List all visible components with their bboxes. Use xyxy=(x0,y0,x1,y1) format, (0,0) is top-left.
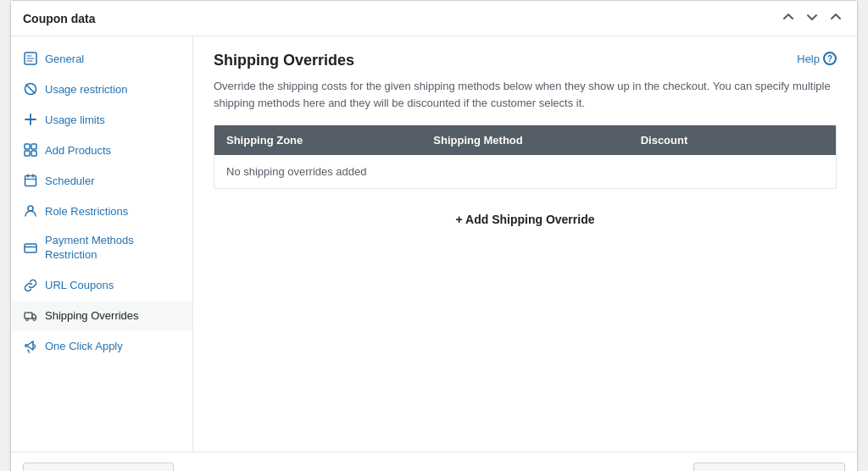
collapse-down-button[interactable] xyxy=(803,9,821,27)
save-button[interactable]: Save Shipping Overrides xyxy=(23,463,174,471)
sidebar-item-usage-restriction[interactable]: Usage restriction xyxy=(11,74,192,104)
sidebar-label-role-restrictions: Role Restrictions xyxy=(45,205,128,218)
sidebar-item-url-coupons[interactable]: URL Coupons xyxy=(11,270,192,301)
panel-footer: Save Shipping Overrides Clear Shipping O… xyxy=(11,452,857,471)
card-icon xyxy=(23,241,38,256)
svg-point-17 xyxy=(26,318,29,320)
help-label: Help xyxy=(797,53,820,65)
help-circle-icon: ? xyxy=(823,52,837,65)
sidebar-item-usage-limits[interactable]: Usage limits xyxy=(11,104,192,135)
sidebar-item-one-click-apply[interactable]: One Click Apply xyxy=(11,331,192,362)
sidebar-label-usage-restriction: Usage restriction xyxy=(45,83,128,96)
add-override-label: + Add Shipping Override xyxy=(455,213,594,226)
expand-icon xyxy=(830,11,842,23)
main-header: Shipping Overrides Help ? xyxy=(214,52,837,69)
svg-line-2 xyxy=(26,85,35,93)
sidebar-item-add-products[interactable]: Add Products xyxy=(11,135,192,165)
calendar-icon xyxy=(23,173,38,188)
collapse-up-button[interactable] xyxy=(779,9,798,27)
main-content: Shipping Overrides Help ? Override the s… xyxy=(193,36,857,452)
user-icon xyxy=(23,203,38,219)
svg-rect-7 xyxy=(25,151,30,156)
megaphone-icon xyxy=(23,339,38,354)
sidebar-label-url-coupons: URL Coupons xyxy=(45,279,114,291)
no-circle-icon xyxy=(23,81,38,97)
panel-body: General Usage restriction xyxy=(11,36,857,452)
sidebar-item-general[interactable]: General xyxy=(11,43,192,74)
svg-rect-16 xyxy=(25,313,32,319)
table-header: Shipping Zone Shipping Method Discount xyxy=(214,125,836,155)
sidebar-label-usage-limits: Usage limits xyxy=(45,114,105,126)
svg-point-13 xyxy=(28,206,33,211)
chevron-up-icon xyxy=(782,11,794,23)
svg-rect-9 xyxy=(25,176,36,186)
expand-button[interactable] xyxy=(826,9,845,27)
sidebar-label-payment-methods: Payment Methods Restriction xyxy=(45,234,181,263)
sidebar-item-payment-methods[interactable]: Payment Methods Restriction xyxy=(11,226,192,270)
sidebar-label-shipping-overrides: Shipping Overrides xyxy=(45,309,139,322)
header-controls xyxy=(779,9,845,27)
tag-icon xyxy=(23,51,38,66)
section-title: Shipping Overrides xyxy=(214,52,354,69)
sidebar-label-general: General xyxy=(45,53,84,65)
clear-button[interactable]: Clear Shipping Overrides xyxy=(693,463,845,471)
add-override-button[interactable]: + Add Shipping Override xyxy=(214,206,837,233)
sidebar-label-one-click-apply: One Click Apply xyxy=(45,340,123,352)
sidebar-label-add-products: Add Products xyxy=(45,144,111,157)
svg-rect-14 xyxy=(25,244,36,252)
panel-title: Coupon data xyxy=(23,12,96,25)
col-discount: Discount xyxy=(629,125,836,155)
sidebar: General Usage restriction xyxy=(11,36,193,452)
svg-rect-6 xyxy=(31,144,36,149)
sidebar-item-role-restrictions[interactable]: Role Restrictions xyxy=(11,196,192,226)
svg-point-18 xyxy=(33,318,36,320)
svg-rect-8 xyxy=(31,151,36,156)
col-shipping-method: Shipping Method xyxy=(421,125,628,155)
chevron-down-icon xyxy=(806,11,818,23)
truck-icon xyxy=(23,308,38,324)
help-link[interactable]: Help ? xyxy=(797,52,837,65)
section-description: Override the shipping costs for the give… xyxy=(214,78,837,111)
sidebar-label-scheduler: Scheduler xyxy=(45,175,95,187)
plus-cross-icon xyxy=(23,112,38,127)
grid-icon xyxy=(23,142,38,158)
coupon-panel: Coupon data xyxy=(10,0,858,471)
table-empty-message: No shipping overrides added xyxy=(214,155,836,188)
sidebar-item-shipping-overrides[interactable]: Shipping Overrides xyxy=(11,301,192,331)
panel-header: Coupon data xyxy=(11,1,857,36)
col-shipping-zone: Shipping Zone xyxy=(214,125,421,155)
svg-rect-5 xyxy=(25,144,30,149)
link-icon xyxy=(23,278,38,293)
overrides-table: Shipping Zone Shipping Method Discount N… xyxy=(214,125,837,189)
sidebar-item-scheduler[interactable]: Scheduler xyxy=(11,165,192,196)
